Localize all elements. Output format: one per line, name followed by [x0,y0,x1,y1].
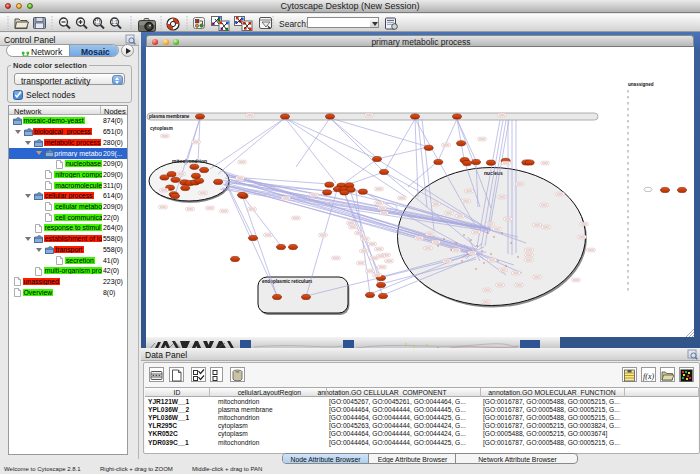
svg-text:cytoplasm: cytoplasm [150,126,173,131]
svg-text:1:1: 1:1 [111,20,118,25]
svg-text:mitochondrion: mitochondrion [172,158,207,164]
svg-text:unassigned: unassigned [628,82,654,87]
svg-text:f(x): f(x) [643,372,654,381]
svg-text:plasma membrane: plasma membrane [149,114,190,119]
